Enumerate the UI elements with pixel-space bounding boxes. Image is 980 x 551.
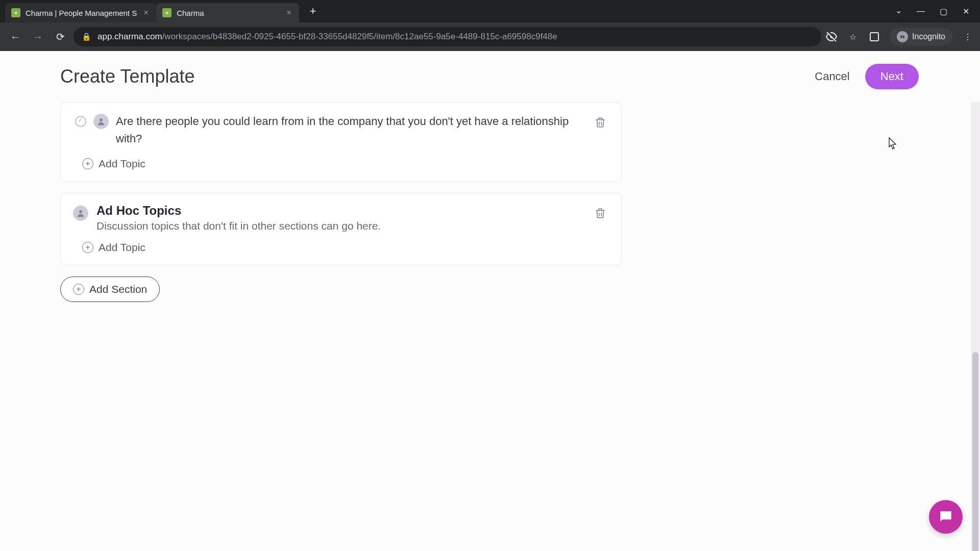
section-card: Ad Hoc Topics Discussion topics that don…	[60, 193, 622, 265]
url-path: /workspaces/b4838ed2-0925-4655-bf28-3365…	[162, 32, 557, 41]
incognito-badge[interactable]: Incognito	[890, 28, 952, 45]
section-title[interactable]: Ad Hoc Topics	[96, 204, 585, 218]
check-circle-icon[interactable]	[75, 116, 86, 127]
toolbar-right: ☆ Incognito ⋮	[825, 28, 974, 45]
trash-icon[interactable]	[594, 116, 607, 129]
minimize-icon[interactable]: —	[917, 7, 925, 15]
svg-point-1	[900, 36, 902, 38]
trash-icon[interactable]	[594, 207, 607, 220]
svg-point-2	[903, 36, 905, 38]
section-description[interactable]: Discussion topics that don't fit in othe…	[96, 220, 585, 232]
tab-title: Charma | People Management S	[26, 9, 137, 17]
close-icon[interactable]: ×	[142, 9, 150, 17]
tab-bar: Charma | People Management S × Charma × …	[0, 0, 980, 22]
incognito-label: Incognito	[912, 32, 945, 41]
forward-button[interactable]: →	[29, 28, 47, 46]
app-header: Create Template Cancel Next	[0, 51, 980, 102]
toolbar: ← → ⟳ 🔒 app.charma.com/workspaces/b4838e…	[0, 22, 980, 51]
app-body: Create Template Cancel Next Are there pe…	[0, 51, 980, 551]
add-section-button[interactable]: + Add Section	[60, 277, 160, 302]
tab-favicon-icon	[11, 8, 20, 17]
browser-tab-0[interactable]: Charma | People Management S ×	[5, 3, 156, 22]
content: Are there people you could learn from in…	[0, 102, 980, 302]
svg-point-3	[100, 118, 103, 121]
bookmark-star-icon[interactable]: ☆	[847, 31, 859, 43]
close-icon[interactable]: ×	[285, 9, 293, 17]
chat-widget-button[interactable]	[929, 500, 963, 534]
add-topic-label: Add Topic	[99, 158, 145, 170]
add-topic-button[interactable]: + Add Topic	[61, 235, 621, 265]
url-host: app.charma.com	[97, 32, 162, 41]
tab-favicon-icon	[162, 8, 172, 17]
avatar-icon	[93, 114, 109, 129]
svg-rect-0	[870, 33, 878, 41]
avatar-icon	[73, 206, 88, 221]
topic-text[interactable]: Are there people you could learn from in…	[116, 113, 586, 147]
eye-off-icon[interactable]	[825, 31, 838, 43]
scroll-thumb[interactable]	[972, 352, 978, 551]
browser-chrome: Charma | People Management S × Charma × …	[0, 0, 980, 51]
svg-point-4	[79, 210, 82, 213]
extensions-icon[interactable]	[868, 31, 880, 43]
section-header: Ad Hoc Topics Discussion topics that don…	[61, 193, 621, 235]
topic-row: Are there people you could learn from in…	[61, 103, 621, 152]
add-section-label: Add Section	[89, 283, 147, 295]
menu-icon[interactable]: ⋮	[962, 31, 974, 43]
section-card: Are there people you could learn from in…	[60, 102, 622, 182]
address-bar[interactable]: 🔒 app.charma.com/workspaces/b4838ed2-092…	[74, 27, 821, 46]
next-button[interactable]: Next	[865, 64, 919, 89]
add-topic-label: Add Topic	[99, 241, 145, 254]
close-window-icon[interactable]: ✕	[962, 7, 970, 15]
section-title-block: Ad Hoc Topics Discussion topics that don…	[96, 204, 585, 232]
lock-icon: 🔒	[82, 32, 91, 41]
back-button[interactable]: ←	[6, 28, 24, 46]
add-topic-button[interactable]: + Add Topic	[61, 152, 621, 181]
reload-button[interactable]: ⟳	[51, 28, 69, 46]
header-actions: Cancel Next	[815, 64, 919, 89]
cancel-button[interactable]: Cancel	[815, 70, 849, 83]
url-text: app.charma.com/workspaces/b4838ed2-0925-…	[97, 32, 557, 42]
tabs-dropdown-icon[interactable]: ⌄	[894, 6, 902, 14]
new-tab-button[interactable]: +	[305, 4, 321, 19]
page-title: Create Template	[60, 66, 194, 87]
tab-title: Charma	[177, 9, 280, 17]
plus-circle-icon: +	[73, 284, 84, 295]
plus-circle-icon: +	[82, 158, 93, 169]
maximize-icon[interactable]: ▢	[939, 7, 947, 15]
plus-circle-icon: +	[82, 242, 93, 253]
incognito-icon	[897, 31, 908, 42]
window-controls: ⌄ — ▢ ✕	[894, 0, 980, 22]
browser-tab-1[interactable]: Charma ×	[156, 3, 299, 22]
scrollbar[interactable]	[971, 102, 980, 551]
